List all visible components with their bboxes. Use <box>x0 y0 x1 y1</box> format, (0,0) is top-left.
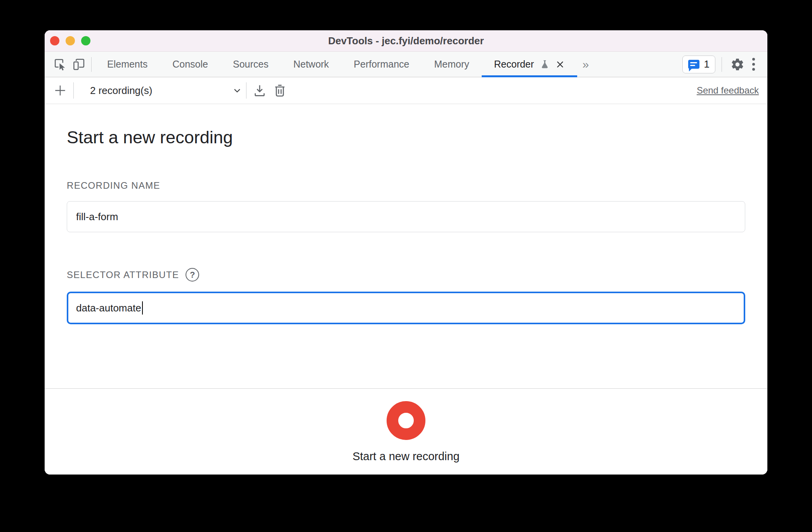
tab-performance[interactable]: Performance <box>341 52 422 77</box>
start-recording-button[interactable] <box>387 401 425 440</box>
recording-name-input[interactable]: fill-a-form <box>67 201 745 232</box>
more-tabs-button[interactable]: » <box>577 52 595 77</box>
tabbar-right-controls: 1 <box>682 52 767 77</box>
tab-console[interactable]: Console <box>160 52 220 77</box>
device-toolbar-icon <box>72 57 86 71</box>
kebab-dot <box>752 58 755 61</box>
download-icon <box>252 83 267 98</box>
titlebar: DevTools - jec.fyi/demo/recorder <box>45 30 767 52</box>
recording-name-value: fill-a-form <box>76 211 118 223</box>
issues-button[interactable]: 1 <box>682 56 715 73</box>
tab-network[interactable]: Network <box>281 52 342 77</box>
gear-icon <box>730 57 744 71</box>
zoom-window-button[interactable] <box>81 36 90 45</box>
toolbar-divider <box>246 82 246 99</box>
selector-attribute-value: data-automate <box>76 302 141 314</box>
issues-count: 1 <box>704 58 710 70</box>
tab-elements[interactable]: Elements <box>95 52 160 77</box>
trash-icon <box>272 83 287 98</box>
start-recording-label: Start a new recording <box>352 450 460 463</box>
window-title: DevTools - jec.fyi/demo/recorder <box>328 35 484 47</box>
close-tab-icon[interactable] <box>555 60 565 69</box>
send-feedback-link[interactable]: Send feedback <box>697 85 759 96</box>
more-options-button[interactable] <box>747 56 760 73</box>
traffic-lights <box>50 36 90 45</box>
inspect-cursor-icon <box>53 57 67 71</box>
toolbar-divider <box>73 82 74 99</box>
text-cursor <box>142 301 143 315</box>
page-title: Start a new recording <box>67 127 745 148</box>
tab-recorder-label: Recorder <box>494 59 534 70</box>
device-toolbar-button[interactable] <box>69 52 88 77</box>
tab-recorder[interactable]: Recorder <box>482 52 577 77</box>
controls-divider <box>722 57 722 72</box>
close-window-button[interactable] <box>50 36 59 45</box>
experiment-flask-icon <box>540 59 550 70</box>
settings-button[interactable] <box>728 57 747 71</box>
export-recording-button[interactable] <box>250 83 270 98</box>
recorder-start-view: Start a new recording RECORDING NAME fil… <box>45 104 767 388</box>
selector-attribute-input[interactable]: data-automate <box>67 292 745 324</box>
tabbar-divider <box>91 57 92 72</box>
help-icon[interactable]: ? <box>186 268 199 282</box>
selector-attribute-label: SELECTOR ATTRIBUTE <box>67 269 179 280</box>
tab-memory[interactable]: Memory <box>422 52 481 77</box>
recordings-count-label: 2 recording(s) <box>90 85 152 97</box>
record-section: Start a new recording <box>45 388 767 475</box>
tab-sources[interactable]: Sources <box>220 52 281 77</box>
issues-bubble-icon <box>688 60 699 69</box>
selector-attribute-label-row: SELECTOR ATTRIBUTE ? <box>67 268 745 282</box>
kebab-dot <box>752 63 755 66</box>
inspect-element-button[interactable] <box>51 52 69 77</box>
recorder-toolbar: 2 recording(s) Send feedback <box>45 77 767 104</box>
devtools-window: DevTools - jec.fyi/demo/recorder Element… <box>45 30 767 475</box>
add-recording-button[interactable] <box>50 83 70 98</box>
chevron-down-icon <box>231 85 243 96</box>
recordings-dropdown[interactable]: 2 recording(s) <box>77 85 243 97</box>
minimize-window-button[interactable] <box>66 36 75 45</box>
devtools-tabbar: Elements Console Sources Network Perform… <box>45 52 767 77</box>
plus-icon <box>53 83 68 98</box>
recording-name-label: RECORDING NAME <box>67 180 745 191</box>
delete-recording-button[interactable] <box>270 83 290 98</box>
kebab-dot <box>752 68 755 71</box>
double-chevron-icon: » <box>583 58 589 71</box>
